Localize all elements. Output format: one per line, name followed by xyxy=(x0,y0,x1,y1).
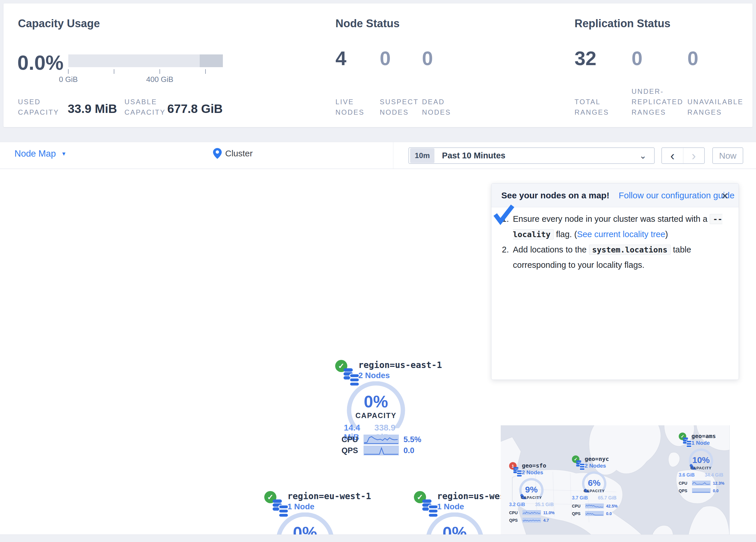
cpu-label: CPU xyxy=(342,435,359,444)
usable-capacity-label: USABLE CAPACITY xyxy=(124,97,174,117)
footer-strip xyxy=(0,534,756,542)
cpu-value: 11.0% xyxy=(543,510,555,515)
axis-tick xyxy=(68,69,69,74)
time-forward-button[interactable]: › xyxy=(683,148,704,163)
total-capacity: 65.7 GiB xyxy=(598,495,616,501)
region-node-group-eu-west-1[interactable]: ✓ region=eu-west-1 1 Node 0% CAPACITY 9.… xyxy=(259,487,375,542)
under-replicated-label: UNDER-REPLICATED RANGES xyxy=(632,86,689,117)
setup-steps: 1. Ensure every node in your cluster was… xyxy=(502,211,731,273)
node-map-canvas: ✓ region=us-east-1 2 Nodes 0% CAPACITY 1… xyxy=(0,169,756,534)
completed-check-icon xyxy=(492,203,515,226)
locality-title: geo=ams xyxy=(691,433,716,440)
region-title: region=us-east-1 xyxy=(358,360,442,370)
popup-header: See your nodes on a map! Follow our conf… xyxy=(491,183,739,207)
live-nodes-label: LIVE NODES xyxy=(335,97,373,117)
axis-tick-label: 400 GiB xyxy=(137,75,183,84)
qps-value: 0.0 xyxy=(606,511,612,516)
cluster-summary-panel: Capacity Usage 0.0% 0 GiB 400 GiB USED C… xyxy=(3,3,753,127)
capacity-bar xyxy=(68,54,223,67)
live-nodes-count: 4 xyxy=(335,47,346,69)
used-capacity-value: 33.9 MiB xyxy=(68,102,117,116)
dead-nodes-count: 0 xyxy=(422,47,433,69)
nodes-count-link[interactable]: 1 Node xyxy=(437,502,464,511)
capacity-label: CAPACITY xyxy=(577,489,612,493)
dead-nodes-label: DEAD NODES xyxy=(422,97,457,117)
breadcrumb-label: Cluster xyxy=(225,148,253,158)
view-selector-dropdown[interactable]: Node Map ▾ xyxy=(14,148,65,159)
setup-step-1: 1. Ensure every node in your cluster was… xyxy=(502,211,731,242)
qps-label: QPS xyxy=(572,511,583,516)
map-node-group-nyc[interactable]: ✓ geo=nyc 2 Nodes 6% CAPACITY 3.7 GiB 65… xyxy=(570,453,628,511)
capacity-percent: 6% xyxy=(577,478,612,488)
capacity-usage-title: Capacity Usage xyxy=(18,17,100,30)
time-back-button[interactable]: ‹ xyxy=(662,148,683,163)
time-range-label: Past 10 Minutes xyxy=(442,151,639,160)
map-node-group-ams[interactable]: ✓ geo=ams 1 Node 10% CAPACITY 3.6 GiB 34… xyxy=(677,430,730,488)
setup-step-2: 2. Add locations to the system.locations… xyxy=(502,242,731,273)
cpu-label: CPU xyxy=(572,504,583,508)
cpu-sparkline xyxy=(585,504,604,508)
axis-tick xyxy=(114,69,114,74)
cpu-sparkline xyxy=(364,435,399,444)
cpu-value: 12.3% xyxy=(713,481,724,486)
cpu-label: CPU xyxy=(509,510,520,515)
time-range-picker[interactable]: 10m Past 10 Minutes ⌄ xyxy=(408,147,655,164)
map-setup-popup: See your nodes on a map! Follow our conf… xyxy=(491,183,739,380)
nodes-count-link[interactable]: 2 Nodes xyxy=(585,463,606,469)
capacity-percent: 0% xyxy=(343,392,409,411)
unavailable-label: UNAVAILABLE RANGES xyxy=(687,97,745,117)
used-capacity-label: USED CAPACITY xyxy=(18,97,64,117)
capacity-label: CAPACITY xyxy=(343,412,409,420)
nodes-count-link[interactable]: 2 Nodes xyxy=(522,469,543,476)
replication-status-title: Replication Status xyxy=(575,17,671,30)
qps-label: QPS xyxy=(342,446,359,455)
chevron-down-icon: ⌄ xyxy=(639,150,647,161)
region-node-group-us-east-1[interactable]: ✓ region=us-east-1 2 Nodes 0% CAPACITY 1… xyxy=(330,356,446,460)
usable-capacity-value: 677.8 GiB xyxy=(167,102,223,116)
axis-tick xyxy=(159,69,160,74)
qps-sparkline xyxy=(522,518,541,523)
capacity-percent: 9% xyxy=(514,485,549,495)
total-capacity: 35.1 GiB xyxy=(535,502,554,507)
used-capacity: 3.7 GiB xyxy=(572,495,588,501)
nodes-count-link[interactable]: 2 Nodes xyxy=(358,371,390,380)
axis-tick-label: 0 GiB xyxy=(45,75,91,84)
node-status-title: Node Status xyxy=(335,17,400,30)
used-capacity: 3.2 GiB xyxy=(509,502,525,507)
database-icon xyxy=(576,460,585,471)
suspect-nodes-label: SUSPECT NODES xyxy=(380,97,417,117)
cpu-label: CPU xyxy=(679,481,690,486)
capacity-bar-reserved-segment xyxy=(200,54,223,67)
caret-down-icon: ▾ xyxy=(62,150,65,157)
popup-title: See your nodes on a map! xyxy=(501,190,609,200)
total-ranges-label: TOTAL RANGES xyxy=(575,97,612,117)
qps-label: QPS xyxy=(509,518,520,523)
breadcrumb[interactable]: Cluster xyxy=(213,148,253,159)
axis-tick xyxy=(205,69,206,74)
region-title: region=eu-west-1 xyxy=(287,491,371,501)
now-button[interactable]: Now xyxy=(712,147,743,164)
nodes-count-link[interactable]: 1 Node xyxy=(691,440,710,446)
capacity-label: CAPACITY xyxy=(684,466,718,470)
qps-sparkline xyxy=(364,446,399,455)
nodes-count-link[interactable]: 1 Node xyxy=(287,502,314,511)
database-icon xyxy=(683,437,692,448)
under-replicated-count: 0 xyxy=(632,47,643,69)
toolbar-divider xyxy=(393,142,393,168)
cpu-sparkline xyxy=(522,510,541,515)
system-locations-code: system.locations xyxy=(589,245,671,255)
configuration-guide-link[interactable]: Follow our configuration guide xyxy=(619,190,734,200)
capacity-used-percent: 0.0% xyxy=(17,51,64,74)
qps-value: 0.0 xyxy=(713,488,718,493)
map-node-group-sfo[interactable]: 1 geo=sfo 2 Nodes 9% CAPACITY 3.2 GiB 35… xyxy=(507,460,565,518)
total-ranges-count: 32 xyxy=(575,47,597,69)
cpu-value: 5.5% xyxy=(403,435,421,444)
suspect-nodes-count: 0 xyxy=(380,47,391,69)
qps-sparkline xyxy=(692,488,711,493)
database-icon xyxy=(513,467,522,477)
world-map-preview: 1 geo=sfo 2 Nodes 9% CAPACITY 3.2 GiB 35… xyxy=(501,425,730,540)
locality-tree-link[interactable]: See current locality tree xyxy=(577,229,665,239)
total-capacity: 34.4 GiB xyxy=(705,473,723,478)
close-icon[interactable]: ✕ xyxy=(721,190,729,201)
capacity-percent: 10% xyxy=(684,455,718,465)
